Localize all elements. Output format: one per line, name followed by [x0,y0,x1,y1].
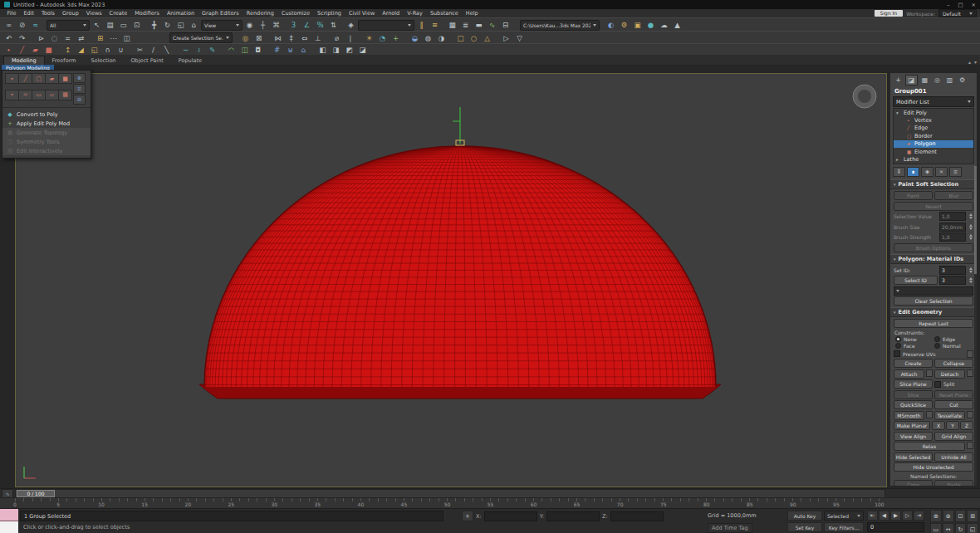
edit-named-selection-sets-icon[interactable]: ◈ [345,20,357,30]
brush-options-button[interactable]: Brush Options [894,243,973,252]
tape-helper-icon[interactable]: ∣ [344,33,356,43]
normal-align-icon[interactable]: ⊥ [311,33,324,43]
add-time-tag[interactable]: Add Time Tag [708,523,752,533]
motion-tab[interactable]: ◎ [932,76,943,85]
material-id-icon[interactable]: # [271,45,283,55]
selection-filter-dropdown[interactable]: All [47,20,90,31]
brush-strength-spinner[interactable] [968,234,973,240]
select-and-scale-icon[interactable]: ◱ [174,20,187,30]
unhide-all-button[interactable]: Unhide All [934,452,973,462]
go-to-end-button[interactable]: ⇥ [914,511,924,521]
scrollbar-thumb[interactable] [974,166,977,274]
modifier-list-dropdown[interactable]: Modifier List [893,96,974,107]
track-bar[interactable]: 0510152025303540455055606570758085909510… [0,497,980,509]
display-shaded-icon[interactable]: ◧ [316,45,329,55]
key-filters-button[interactable]: Key Filters... [824,522,864,532]
menu-item[interactable]: Substance [426,10,462,17]
constraint-normal[interactable]: Normal [934,343,972,349]
undo-icon[interactable]: ↶ [2,33,15,43]
close-button[interactable]: × [972,2,976,8]
hide-unselected-button[interactable]: Hide Unselected [894,462,973,472]
stack-element[interactable]: ■ Element [894,148,973,155]
zoom-extents-icon[interactable]: ⊡ [955,510,967,522]
menu-item[interactable]: Customize [277,10,313,17]
configure-modifier-sets-icon[interactable]: ≡ [949,167,962,177]
quickslice-button[interactable]: QuickSlice [894,400,933,409]
mirror-icon[interactable]: ‖ [415,20,428,30]
tab-selection[interactable]: Selection [84,56,124,65]
redo-icon[interactable]: ↷ [16,33,28,43]
relax-tool-icon[interactable]: ≀ [193,45,205,55]
create-helper-icon[interactable]: + [390,33,402,43]
edge-ring-icon[interactable]: ═ [18,90,32,100]
previous-frame-button[interactable]: ◀ [879,511,889,521]
set-id-field[interactable]: 3 [939,266,966,275]
current-frame-field[interactable]: 0 [867,522,924,532]
menu-item[interactable]: Group [59,10,83,17]
create-camera-icon[interactable]: ◔ [376,33,389,43]
attach-settings-button[interactable] [926,369,933,377]
create-button[interactable]: Create [894,359,933,368]
border-mode-icon[interactable]: ▢ [32,73,46,84]
project-folder-dropdown[interactable]: C:\Users\Kau...3ds Max 2023 [520,20,600,31]
play-button[interactable]: ▶ [890,511,901,521]
pin-stack-icon[interactable]: ⊼ [893,167,905,177]
detach-button[interactable]: Detach [934,369,965,379]
weld-icon[interactable]: ∪ [115,45,127,55]
toggle-layer-explorer-icon[interactable]: ≣ [459,20,472,30]
z-coordinate-field[interactable] [610,511,664,521]
isolate-selection-icon[interactable]: ◎ [239,33,252,43]
select-by-name-icon[interactable]: ▤ [104,20,116,30]
convert-to-poly-item[interactable]: ◆ Convert to Poly [2,110,91,119]
percent-snap-icon[interactable]: % [314,20,326,30]
border-select-icon[interactable]: ▭ [32,90,46,100]
select-and-rotate-icon[interactable]: ↻ [161,20,174,30]
constraint-edge[interactable]: Edge [934,336,972,342]
render-in-cloud-icon[interactable]: ☁ [658,20,670,30]
stack-vertex[interactable]: ∙ Vertex [894,116,973,124]
sphere-primitive-icon[interactable]: ○ [468,33,480,43]
turbosmooth-icon[interactable]: ◠ [225,45,238,55]
select-id-spinner[interactable] [968,277,973,283]
array-tool-icon[interactable]: ⊞ [94,33,106,43]
slice-plane-button[interactable]: Slice Plane [894,379,933,389]
material-editor-icon[interactable]: ◐ [605,20,617,30]
view-align-button[interactable]: View Align [894,432,933,441]
stack-border[interactable]: ▢ Border [894,132,973,139]
sign-in-button[interactable]: Sign In [875,10,904,17]
tessellate-settings-button[interactable] [967,411,973,418]
pan-view-icon[interactable]: ↔ [943,523,954,533]
msmooth-settings-button[interactable] [926,411,933,418]
align-icon[interactable]: ≡ [429,20,441,30]
polygon-mode-icon[interactable]: ▰ [45,73,59,84]
minimize-button[interactable]: – [947,2,949,8]
panel-options-icon[interactable]: ≡ [73,84,86,94]
maximize-viewport-toggle-icon[interactable]: ◱ [967,523,978,533]
show-end-result-icon[interactable]: ∎ [907,167,919,177]
rollout-header[interactable]: ▾Polygon: Material IDs [890,254,977,264]
orbit-view-icon[interactable]: ↻ [955,523,967,533]
polygon-select-icon[interactable]: ▱ [45,90,59,100]
selection-value-field[interactable]: 1,0 [939,212,966,221]
split-checkbox[interactable] [934,381,941,388]
select-id-field[interactable]: 3 [939,276,966,285]
stop-preview-icon[interactable]: ▽ [513,33,526,43]
menu-item[interactable]: V-Ray [404,10,427,17]
panel-pin-icon[interactable]: ⊕ [73,73,86,83]
schematic-view-icon[interactable]: ⊟ [499,20,512,30]
rendered-frame-window-icon[interactable]: ▣ [631,20,644,30]
menu-item[interactable]: File [3,10,20,17]
tab-object-paint[interactable]: Object Paint [124,56,171,65]
edge-mode-icon[interactable]: ╱ [18,73,32,84]
snapshot-icon[interactable]: ◫ [120,33,133,43]
rollout-header[interactable]: ▾Paint Soft Selection [890,179,977,189]
revert-button[interactable]: Revert [894,202,973,211]
constraint-face[interactable]: Face [895,343,933,349]
select-invert-icon[interactable]: ⇄ [75,33,87,43]
symmetry-tools-item[interactable]: ◫ Symmetry Tools [2,137,91,146]
menu-item[interactable]: Animation [163,10,198,17]
create-selection-set-dropdown[interactable]: Create Selection Se... [169,32,233,43]
menu-item[interactable]: Civil View [345,10,378,17]
tab-modeling[interactable]: Modeling [3,56,45,65]
zoom-all-icon[interactable]: ⊛ [943,510,954,522]
